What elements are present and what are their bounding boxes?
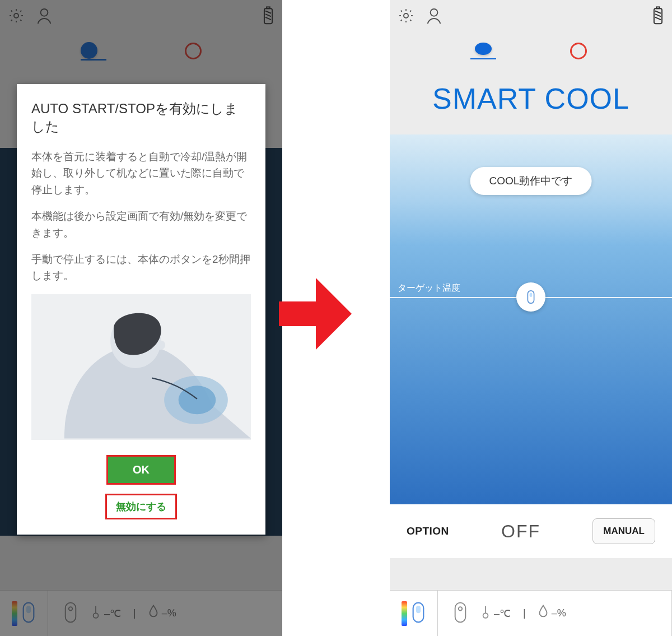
temperature-value: –℃: [494, 607, 511, 620]
device-icon: [410, 601, 426, 626]
tab-device-color[interactable]: [390, 591, 438, 636]
settings-icon[interactable]: [398, 7, 414, 24]
humidity-value: –%: [552, 607, 566, 619]
target-temperature-row[interactable]: ターゲット温度: [390, 297, 672, 298]
device-outline-icon[interactable]: [452, 601, 468, 626]
temperature-gradient[interactable]: COOL動作中です ターゲット温度: [390, 134, 672, 504]
svg-rect-20: [416, 606, 421, 613]
thermometer-icon: [480, 605, 491, 622]
transition-arrow-icon: [279, 275, 352, 353]
dialog-paragraph-2: 本機能は後から設定画面で有効/無効を変更できます。: [31, 208, 251, 241]
control-row: OPTION OFF MANUAL: [390, 504, 672, 558]
svg-point-14: [431, 9, 438, 16]
power-off-label[interactable]: OFF: [501, 521, 540, 542]
temperature-readout: –℃: [480, 605, 511, 622]
status-pill: COOL動作中です: [470, 167, 592, 195]
dialog-paragraph-1: 本体を首元に装着すると自動で冷却/温熱が開始し、取り外して机などに置いた際に自動…: [31, 148, 251, 198]
dialog-body: 本体を首元に装着すると自動で冷却/温熱が開始し、取り外して机などに置いた際に自動…: [31, 148, 251, 284]
battery-icon: [652, 6, 664, 25]
dialog-title: AUTO START/STOPを有効にしました: [31, 100, 251, 136]
mode-warm[interactable]: [570, 43, 587, 59]
profile-icon[interactable]: [424, 6, 444, 25]
dialog-illustration: [31, 294, 251, 440]
option-button[interactable]: OPTION: [407, 525, 449, 537]
system-bar: [390, 0, 672, 31]
target-handle[interactable]: [516, 282, 545, 312]
svg-point-23: [483, 613, 488, 618]
humidity-readout: –%: [538, 605, 566, 622]
target-label: ターゲット温度: [398, 282, 460, 294]
dialog-paragraph-3: 手動で停止するには、本体のボタンを2秒間押します。: [31, 251, 251, 284]
svg-rect-21: [455, 602, 466, 622]
phone-left: –℃ | –% AUTO START/STOPを有効にしました 本体を首元に装着…: [0, 0, 282, 636]
phone-right: SMART COOL COOL動作中です ターゲット温度 OPTION OFF …: [390, 0, 672, 636]
color-strip-icon: [402, 601, 407, 626]
bottom-tabstrip: –℃ | –%: [390, 590, 672, 636]
mode-cool[interactable]: [475, 43, 492, 59]
auto-start-stop-dialog: AUTO START/STOPを有効にしました 本体を首元に装着すると自動で冷却…: [17, 84, 265, 535]
ok-button[interactable]: OK: [108, 457, 174, 483]
svg-rect-16: [656, 7, 660, 8]
mode-title: SMART COOL: [390, 71, 672, 134]
droplet-icon: [538, 605, 548, 622]
svg-point-22: [459, 607, 462, 610]
svg-point-13: [404, 13, 408, 18]
manual-button[interactable]: MANUAL: [592, 518, 655, 544]
svg-rect-18: [530, 293, 533, 297]
mode-row: [390, 31, 672, 71]
disable-button[interactable]: 無効にする: [107, 495, 175, 518]
